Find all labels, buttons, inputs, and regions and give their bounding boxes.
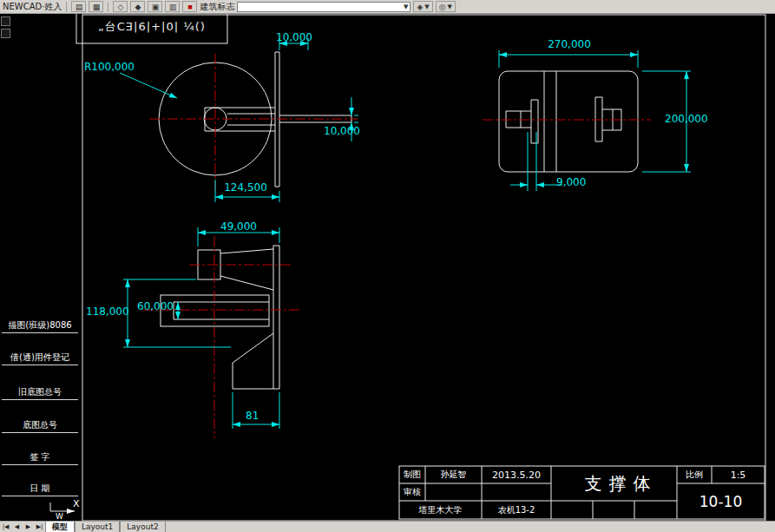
style-combobox[interactable]: ▼: [237, 2, 410, 12]
dim-label-base: 81: [246, 410, 259, 422]
dim-label-slot: 60,000: [137, 300, 174, 312]
tab-model[interactable]: 模型: [45, 522, 75, 532]
template-field-date: 日 期: [2, 483, 78, 496]
tab-nav-last[interactable]: ▶|: [34, 523, 45, 530]
toolbar-title: NEWCAD·姓入: [3, 1, 62, 13]
cell-class: 农机13-2: [482, 501, 551, 519]
side-view: [483, 50, 691, 191]
grid-button[interactable]: ▦: [89, 1, 103, 12]
stamp-style-label: 建筑标志: [200, 1, 234, 13]
snap-tool-icon: ◎: [439, 3, 446, 11]
corner-stamp-text: „台CƎ|6|+|0| ¼(): [80, 19, 224, 35]
dim-label-length: 270,000: [538, 38, 601, 50]
tab-nav-prev[interactable]: ◀: [11, 523, 23, 530]
dim-label-width: 124,500: [219, 181, 273, 194]
tab-layout2[interactable]: Layout2: [120, 522, 165, 532]
cell-check-label: 审核: [399, 483, 425, 501]
top-toolbar: NEWCAD·姓入 ▤ ▦ ◇ ◆ ▣ ▥ ■ 建筑标志 ▼ ◈ ▼ ◎ ▼: [0, 0, 775, 14]
dim-label-boss: 49,000: [213, 220, 264, 233]
front-view: [120, 38, 358, 202]
dim-label-span: 118,000: [86, 305, 129, 318]
layers-icon: ▣: [152, 3, 160, 11]
sheet-frame: [76, 13, 765, 521]
dim-label-shaft: 9,000: [556, 176, 586, 188]
chevron-down-icon: ▼: [448, 3, 452, 10]
new-doc-icon: ▤: [76, 3, 83, 11]
docked-toolbar-icon[interactable]: [1, 16, 10, 26]
template-field-old-no: 旧底图总号: [2, 386, 78, 400]
dim-label-height: 200,000: [665, 113, 708, 125]
diamond-outline-icon: ◇: [117, 3, 123, 11]
new-doc-button[interactable]: ▤: [71, 1, 86, 12]
chevron-down-icon: ▼: [404, 3, 408, 10]
toolbar-separator: [66, 2, 67, 12]
template-field-borrow: 借(通)用件登记: [2, 351, 78, 365]
docked-toolbar-grip: [1, 16, 10, 41]
dim-label-radius: R100,000: [84, 61, 135, 73]
zoom-tool-icon: ◈: [417, 3, 423, 11]
drawing-canvas[interactable]: [0, 0, 775, 532]
template-field-sign: 签 字: [2, 451, 78, 465]
ucs-icon: [50, 502, 75, 511]
zoom-tool-dropdown[interactable]: ◈ ▼: [413, 1, 432, 12]
dim-label-flange: 10,000: [273, 31, 316, 43]
stamp-icon: ■: [187, 3, 192, 11]
toolbar-separator: [108, 2, 108, 12]
diamond-outline-button[interactable]: ◇: [113, 1, 128, 12]
section-view: [123, 227, 299, 438]
cell-draft-label: 制图: [399, 466, 425, 483]
layout-tab-bar: |◀ ◀ ▶ ▶| 模型 Layout1 Layout2: [0, 521, 775, 532]
ucs-x-label: X: [73, 498, 80, 509]
cell-draft-name: 孙延智: [425, 466, 482, 483]
diamond-filled-icon: ◆: [135, 3, 141, 11]
template-field-trace: 描图(班级)8086: [2, 319, 78, 333]
diamond-filled-button[interactable]: ◆: [130, 1, 145, 12]
cell-part-name: 支撑体: [551, 466, 684, 501]
tab-layout1[interactable]: Layout1: [75, 522, 120, 532]
palette-icon: ▥: [169, 3, 177, 11]
cell-scale-value: 1:5: [712, 466, 765, 483]
grid-icon: ▦: [93, 3, 101, 11]
cell-date: 2013.5.20: [482, 466, 551, 483]
cell-scale-label: 比例: [677, 466, 712, 483]
cell-sheet-number: 10-10: [677, 483, 765, 519]
ucs-w-label: W: [56, 512, 63, 521]
palette-button[interactable]: ▥: [165, 1, 180, 12]
tab-nav-next[interactable]: ▶: [23, 523, 34, 530]
cell-school: 塔里木大学: [399, 501, 482, 519]
template-field-base-no: 底图总号: [2, 419, 78, 433]
snap-tool-dropdown[interactable]: ◎ ▼: [436, 1, 456, 12]
docked-toolbar-icon[interactable]: [1, 29, 10, 38]
dim-label-rod: 10,000: [324, 125, 360, 137]
chevron-down-icon: ▼: [424, 3, 429, 10]
tab-nav-first[interactable]: |◀: [0, 523, 11, 530]
stamp-button[interactable]: ■: [182, 1, 197, 12]
layers-button[interactable]: ▣: [148, 1, 162, 12]
